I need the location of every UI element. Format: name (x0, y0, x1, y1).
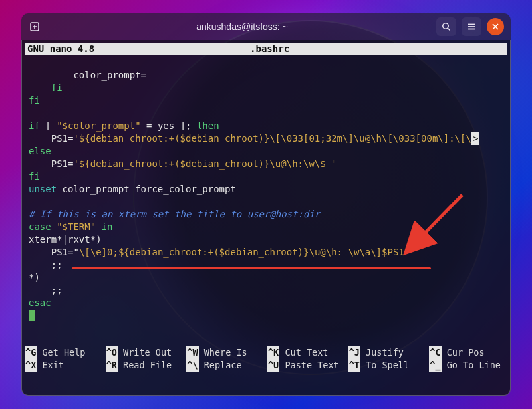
shortcut-paste-text: ^U Paste Text (267, 359, 346, 372)
text-cursor (29, 310, 35, 321)
menu-button[interactable] (462, 17, 481, 36)
editor-content[interactable]: color_prompt= fi fi if [ "$color_prompt"… (25, 55, 507, 335)
window-titlebar[interactable]: ankushdas@itsfoss: ~ (21, 13, 511, 40)
new-tab-button[interactable] (25, 17, 45, 36)
nano-filename: .bashrc (94, 43, 445, 55)
search-button[interactable] (436, 17, 456, 36)
shortcut-to-spell: ^T To Spell (348, 359, 427, 372)
desktop-background: ankushdas@itsfoss: ~ (0, 0, 532, 409)
shortcut-read-file: ^R Read File (106, 359, 184, 372)
shortcut-where-is: ^W Where Is (186, 346, 265, 359)
nano-header: GNU nano 4.8 .bashrc (25, 43, 507, 55)
shortcut-exit: ^X Exit (25, 359, 103, 372)
shortcut-get-help: ^G Get Help (25, 346, 103, 359)
nano-shortcut-bar: ^G Get Help ^O Write Out ^W Where Is ^K … (25, 346, 507, 372)
close-button[interactable] (487, 18, 504, 35)
nano-app-name: GNU nano 4.8 (27, 43, 94, 55)
shortcut-cur-pos: ^C Cur Pos (429, 346, 507, 359)
shortcut-write-out: ^O Write Out (106, 346, 184, 359)
shortcut-justify: ^J Justify (348, 346, 427, 359)
shortcut-cut-text: ^K Cut Text (267, 346, 346, 359)
shortcut-replace: ^\ Replace (186, 359, 265, 372)
shortcut-go-to-line: ^_ Go To Line (429, 359, 507, 372)
svg-point-3 (443, 23, 448, 29)
terminal-window[interactable]: GNU nano 4.8 .bashrc color_prompt= fi fi… (21, 40, 511, 396)
line-continuation-indicator: > (471, 132, 479, 145)
window-title: ankushdas@itsfoss: ~ (48, 21, 436, 32)
svg-line-4 (448, 28, 450, 30)
